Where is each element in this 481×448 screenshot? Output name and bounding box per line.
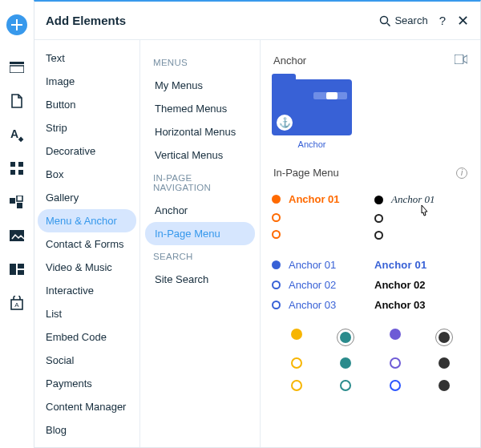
anchor-caption: Anchor: [272, 139, 352, 149]
left-tool-rail: A◆ A: [0, 0, 34, 448]
info-icon[interactable]: i: [456, 167, 467, 179]
subcategory-item[interactable]: Site Search: [145, 268, 255, 291]
category-item[interactable]: Box: [38, 163, 136, 186]
section-inpage-title: In-Page Menu: [273, 167, 339, 179]
layout-icon[interactable]: [9, 261, 25, 277]
subcategory-list: MENUSMy MenusThemed MenusHorizontal Menu…: [140, 40, 261, 447]
bullet-icon: [374, 214, 383, 223]
panel-title: Add Elements: [46, 14, 379, 27]
category-item[interactable]: Store: [38, 442, 136, 447]
palette-dot[interactable]: [390, 357, 401, 369]
inpage-style-blue[interactable]: Anchor 01 Anchor 02 Anchor 03: [272, 259, 366, 311]
palette-dot[interactable]: [291, 380, 302, 391]
category-item[interactable]: Menu & Anchor: [38, 209, 136, 232]
inpage-style-italic[interactable]: Anchor 01: [374, 193, 469, 240]
subcategory-item[interactable]: Vertical Menus: [145, 143, 255, 167]
subcategory-item[interactable]: Horizontal Menus: [145, 120, 255, 143]
palette-dot[interactable]: [439, 357, 450, 369]
svg-text:A: A: [14, 301, 19, 309]
anchor-label: Anchor 01: [289, 193, 340, 205]
subcategory-item[interactable]: My Menus: [145, 74, 255, 97]
bullet-icon: [374, 231, 383, 240]
search-icon: [379, 15, 390, 26]
plugins-icon[interactable]: [9, 194, 25, 210]
svg-rect-7: [17, 196, 22, 201]
section-anchor-header: Anchor: [272, 51, 469, 70]
inpage-style-palette-grid: [272, 329, 469, 391]
category-item[interactable]: List: [38, 302, 136, 325]
subcategory-header: IN-PAGE NAVIGATION: [145, 167, 255, 199]
svg-rect-11: [18, 264, 24, 268]
anchor-label: Anchor 03: [289, 299, 336, 311]
palette-dot[interactable]: [340, 380, 351, 391]
search-button[interactable]: Search: [379, 14, 427, 26]
search-label: Search: [394, 14, 427, 26]
svg-rect-8: [17, 203, 22, 208]
text-style-icon[interactable]: A◆: [9, 127, 25, 143]
cursor-pointer-icon: [418, 204, 432, 220]
video-help-icon[interactable]: [455, 54, 467, 67]
category-item[interactable]: Blog: [38, 418, 136, 442]
palette-dot[interactable]: [390, 380, 401, 391]
palette-dot[interactable]: [291, 357, 302, 369]
anchor-thumbnail: ⚓: [272, 79, 352, 135]
subcategory-item[interactable]: In-Page Menu: [145, 222, 255, 245]
help-button[interactable]: ?: [439, 14, 446, 27]
anchor-label: Anchor 01: [374, 259, 426, 271]
subcategory-header: MENUS: [145, 51, 255, 74]
svg-rect-3: [18, 162, 23, 167]
media-icon[interactable]: [9, 228, 25, 244]
bullet-icon: [374, 196, 383, 204]
category-item[interactable]: Strip: [38, 116, 136, 139]
bullet-icon: [272, 260, 281, 269]
category-item[interactable]: Embed Code: [38, 325, 136, 349]
palette-dot[interactable]: [390, 329, 401, 340]
category-item[interactable]: Button: [38, 93, 136, 116]
store-icon[interactable]: A: [9, 295, 25, 311]
category-item[interactable]: Contact & Forms: [38, 232, 136, 256]
page-icon[interactable]: [9, 93, 25, 109]
anchor-label: Anchor 02: [289, 279, 336, 291]
svg-rect-17: [455, 54, 463, 64]
category-item[interactable]: Image: [38, 70, 136, 93]
svg-rect-12: [18, 270, 24, 275]
subcategory-header: SEARCH: [145, 245, 255, 268]
palette-dot[interactable]: [439, 380, 450, 391]
subcategory-item[interactable]: Anchor: [145, 199, 255, 222]
category-item[interactable]: Social: [38, 349, 136, 372]
svg-line-16: [387, 23, 390, 26]
subcategory-item[interactable]: Themed Menus: [145, 97, 255, 120]
inpage-style-bold[interactable]: Anchor 01 Anchor 02 Anchor 03: [374, 259, 469, 311]
svg-rect-6: [10, 198, 15, 204]
svg-rect-2: [10, 162, 15, 167]
category-item[interactable]: Interactive: [38, 279, 136, 302]
svg-rect-4: [10, 170, 15, 175]
anchor-element-card[interactable]: ⚓ Anchor: [272, 79, 352, 149]
anchor-label: Anchor 01: [289, 259, 336, 271]
add-elements-panel: Add Elements Search ? ✕ TextImageButtonS…: [34, 0, 481, 448]
category-item[interactable]: Video & Music: [38, 256, 136, 279]
palette-dot[interactable]: [291, 329, 302, 340]
category-item[interactable]: Gallery: [38, 186, 136, 209]
palette-dot[interactable]: [435, 329, 453, 346]
section-anchor-title: Anchor: [273, 54, 306, 67]
bullet-icon: [272, 301, 281, 309]
category-item[interactable]: Decorative: [38, 139, 136, 163]
svg-rect-5: [18, 170, 23, 175]
close-button[interactable]: ✕: [457, 14, 469, 28]
palette-dot[interactable]: [340, 357, 351, 369]
category-item[interactable]: Payments: [38, 372, 136, 395]
svg-rect-1: [10, 66, 24, 73]
svg-rect-0: [10, 62, 24, 64]
panel-header: Add Elements Search ? ✕: [34, 2, 480, 40]
anchor-label: Anchor 02: [374, 279, 426, 291]
bullet-icon: [272, 213, 281, 222]
palette-dot[interactable]: [337, 329, 354, 346]
section-icon[interactable]: [9, 59, 25, 75]
apps-icon[interactable]: [9, 160, 25, 176]
bullet-icon: [272, 195, 281, 204]
add-elements-button[interactable]: [6, 14, 27, 35]
inpage-style-orange[interactable]: Anchor 01: [272, 193, 366, 240]
category-item[interactable]: Content Manager: [38, 395, 136, 418]
category-item[interactable]: Text: [38, 46, 136, 70]
